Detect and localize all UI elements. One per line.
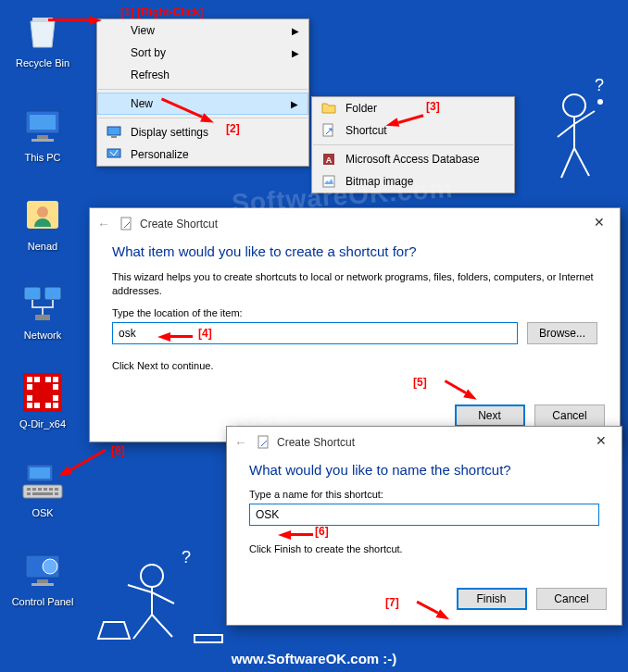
recycle-bin-icon [20,9,65,54]
submenu-arrow-icon: ▶ [291,99,298,109]
svg-rect-39 [111,136,117,138]
svg-rect-29 [49,488,53,491]
desktop-icon-label: Control Panel [7,596,78,607]
svg-rect-7 [44,287,61,300]
submenu-arrow-icon: ▶ [292,48,299,58]
shortcut-wizard-icon [119,217,134,231]
new-submenu: Folder Shortcut AMicrosoft Access Databa… [311,96,515,193]
menu-item-label: Sort by [131,46,166,59]
menu-item-sort-by[interactable]: Sort by▶ [97,42,308,64]
back-icon[interactable]: ← [234,435,247,450]
svg-rect-14 [27,384,32,390]
dialog-description: This wizard helps you to create shortcut… [112,270,597,298]
desktop-icon-label: Q-Dir_x64 [7,418,78,429]
name-label: Type a name for this shortcut: [249,489,599,500]
menu-item-folder[interactable]: Folder [312,97,514,119]
shortcut-icon [321,123,336,138]
dialog-heading: What item would you like to create a sho… [112,243,597,259]
svg-rect-20 [45,403,51,408]
svg-rect-23 [30,467,50,479]
cancel-button[interactable]: Cancel [534,404,605,427]
menu-item-label: Personalize [131,148,189,161]
svg-rect-31 [27,492,31,495]
svg-rect-21 [53,403,58,408]
menu-item-refresh[interactable]: Refresh [97,64,308,86]
close-button[interactable]: ✕ [581,427,622,454]
svg-rect-6 [24,287,41,300]
svg-rect-13 [53,377,58,382]
menu-item-shortcut[interactable]: Shortcut [312,119,514,142]
svg-rect-15 [53,384,58,390]
menu-item-label: Refresh [131,68,170,81]
osk-icon [20,459,65,504]
annotation-1: [1] [Right-Click] [120,6,203,19]
desktop-icon-network[interactable]: Network [7,281,78,341]
display-icon [107,125,121,140]
name-input[interactable] [249,504,599,526]
desktop-icon-label: This PC [7,152,78,163]
browse-button[interactable]: Browse... [527,322,597,344]
svg-rect-19 [34,403,40,408]
svg-rect-12 [45,377,51,382]
desktop-icon-label: OSK [7,507,78,518]
svg-rect-26 [32,488,36,491]
svg-rect-16 [27,395,32,401]
menu-item-label: New [131,97,153,110]
menu-separator [98,118,308,118]
doodle-figure-2: ? [93,542,232,653]
desktop-icon-this-pc[interactable]: This PC [7,104,78,163]
menu-item-access-db[interactable]: AMicrosoft Access Database [312,148,514,170]
desktop-icon-recycle-bin[interactable]: Recycle Bin [7,9,78,68]
svg-rect-36 [37,579,48,583]
menu-item-new[interactable]: New▶ [97,93,308,115]
menu-item-label: Folder [345,102,377,115]
menu-separator [313,144,513,145]
svg-rect-17 [53,395,58,401]
folder-icon [321,101,336,116]
finish-button[interactable]: Finish [457,588,527,610]
menu-item-label: Display settings [131,126,208,139]
menu-separator [98,89,308,90]
back-icon[interactable]: ← [97,217,110,231]
location-label: Type the location of the item: [112,307,597,318]
next-button[interactable]: Next [455,404,525,427]
dialog-title: Create Shortcut [140,218,218,230]
svg-rect-24 [23,485,62,498]
dialog-hint: Click Finish to create the shortcut. [249,542,599,556]
menu-item-label: View [131,24,155,37]
network-icon [20,281,65,326]
svg-rect-18 [27,403,32,408]
menu-item-personalize[interactable]: Personalize [97,143,308,166]
dialog-title: Create Shortcut [277,436,355,449]
personalize-icon [107,147,121,162]
svg-text:A: A [326,156,333,165]
access-icon: A [321,152,336,167]
dialog-title-bar: ←Create Shortcut [90,208,620,240]
shortcut-wizard-icon [257,435,271,450]
svg-rect-44 [323,176,334,187]
svg-rect-28 [44,488,47,491]
svg-text:?: ? [182,548,191,566]
menu-item-view[interactable]: View▶ [97,19,308,42]
bitmap-icon [321,174,336,189]
svg-rect-11 [34,377,40,382]
menu-item-display-settings[interactable]: Display settings [97,121,308,143]
desktop-icon-control-panel[interactable]: Control Panel [7,548,78,607]
svg-point-47 [563,94,585,117]
footer-text: www.SoftwareOK.com :-) [0,651,628,666]
cancel-button[interactable]: Cancel [536,588,607,610]
desktop-icon-user[interactable]: Nenad [7,193,78,252]
svg-rect-25 [27,488,31,491]
location-input[interactable] [112,322,518,344]
desktop-icon-osk[interactable]: OSK [7,459,78,518]
svg-point-35 [43,559,57,574]
desktop-icon-label: Recycle Bin [7,57,78,68]
menu-item-bitmap[interactable]: Bitmap image [312,170,514,193]
dialog-title-bar: ←Create Shortcut [227,427,622,458]
create-shortcut-dialog-1: ✕ ←Create Shortcut What item would you l… [89,207,621,442]
svg-rect-37 [31,583,54,586]
desktop-icon-label: Nenad [7,241,78,252]
svg-rect-10 [27,377,32,382]
svg-point-49 [597,99,603,105]
desktop-icon-qdir[interactable]: Q-Dir_x64 [7,370,78,429]
